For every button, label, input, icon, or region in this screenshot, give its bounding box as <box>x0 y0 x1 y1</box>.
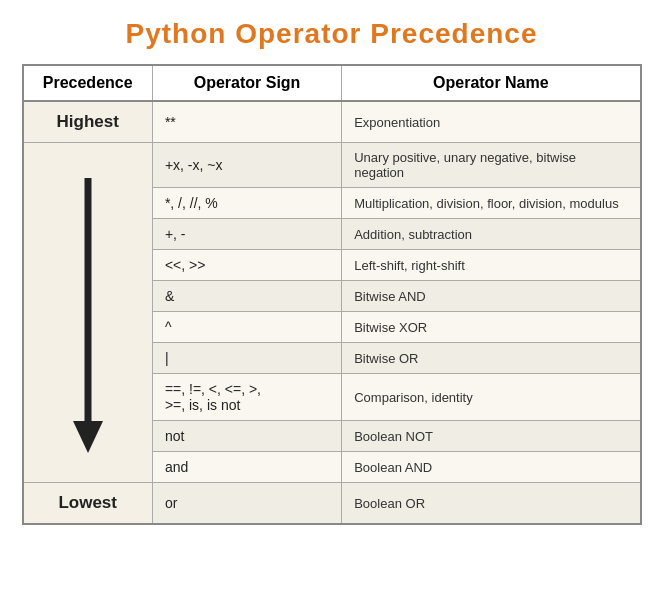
operator-sign: & <box>152 281 341 312</box>
operator-name: Boolean OR <box>342 483 641 525</box>
operator-sign: | <box>152 343 341 374</box>
operator-sign: +x, -x, ~x <box>152 143 341 188</box>
operator-sign: +, - <box>152 219 341 250</box>
operator-sign: ==, !=, <, <=, >,>=, is, is not <box>152 374 341 421</box>
operator-sign: *, /, //, % <box>152 188 341 219</box>
operator-sign: ^ <box>152 312 341 343</box>
header-operator-name: Operator Name <box>342 65 641 101</box>
operator-name: Multiplication, division, floor, divisio… <box>342 188 641 219</box>
prec-lowest: Lowest <box>23 483 153 525</box>
svg-marker-1 <box>73 421 103 453</box>
table-row: Highest**Exponentiation <box>23 101 641 143</box>
operator-name: Exponentiation <box>342 101 641 143</box>
operator-name: Bitwise XOR <box>342 312 641 343</box>
prec-highest: Highest <box>23 101 153 143</box>
operator-name: Comparison, identity <box>342 374 641 421</box>
table-row: LowestorBoolean OR <box>23 483 641 525</box>
operator-sign: ** <box>152 101 341 143</box>
operator-sign: <<, >> <box>152 250 341 281</box>
header-operator-sign: Operator Sign <box>152 65 341 101</box>
operator-sign: not <box>152 421 341 452</box>
precedence-table: Precedence Operator Sign Operator Name H… <box>22 64 642 525</box>
operator-sign: and <box>152 452 341 483</box>
operator-name: Bitwise AND <box>342 281 641 312</box>
table-row: +x, -x, ~xUnary positive, unary negative… <box>23 143 641 188</box>
operator-name: Addition, subtraction <box>342 219 641 250</box>
operator-name: Boolean AND <box>342 452 641 483</box>
prec-arrow-cell <box>23 143 153 483</box>
operator-name: Boolean NOT <box>342 421 641 452</box>
header-precedence: Precedence <box>23 65 153 101</box>
operator-name: Bitwise OR <box>342 343 641 374</box>
operator-name: Unary positive, unary negative, bitwise … <box>342 143 641 188</box>
page-title: Python Operator Precedence <box>126 18 538 50</box>
operator-sign: or <box>152 483 341 525</box>
precedence-arrow-icon <box>68 173 108 453</box>
operator-name: Left-shift, right-shift <box>342 250 641 281</box>
table-header-row: Precedence Operator Sign Operator Name <box>23 65 641 101</box>
